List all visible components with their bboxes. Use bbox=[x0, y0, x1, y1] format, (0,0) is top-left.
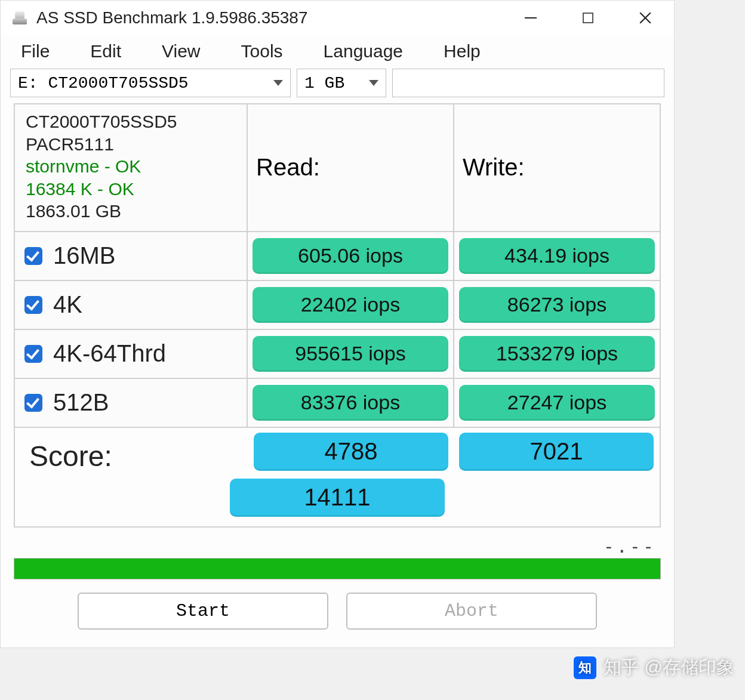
score-total: 14111 bbox=[230, 479, 445, 517]
read-4k: 22402 iops bbox=[253, 287, 448, 323]
score-write: 7021 bbox=[459, 433, 654, 471]
title-bar: AS SSD Benchmark 1.9.5986.35387 bbox=[1, 1, 674, 35]
window-title: AS SSD Benchmark 1.9.5986.35387 bbox=[36, 8, 502, 27]
write-16mb: 434.19 iops bbox=[459, 238, 655, 274]
read-16mb: 605.06 iops bbox=[253, 238, 448, 274]
test-label-cell: 4K bbox=[15, 281, 248, 329]
button-row: Start Abort bbox=[1, 579, 674, 647]
score-label: Score: bbox=[15, 428, 248, 473]
test-label-cell: 512B bbox=[15, 379, 248, 427]
driver-status: stornvme - OK bbox=[26, 155, 236, 178]
test-row-4k64: 4K-64Thrd 955615 iops 1533279 iops bbox=[15, 330, 660, 379]
menu-file[interactable]: File bbox=[1, 38, 70, 65]
checkbox-16mb[interactable] bbox=[24, 247, 42, 265]
test-row-4k: 4K 22402 iops 86273 iops bbox=[15, 281, 660, 330]
column-header-read: Read: bbox=[248, 104, 454, 231]
read-header-label: Read: bbox=[256, 154, 320, 181]
test-label-cell: 16MB bbox=[15, 232, 248, 280]
drive-info-cell: CT2000T705SSD5 PACR5111 stornvme - OK 16… bbox=[15, 104, 248, 231]
checkbox-4k64[interactable] bbox=[24, 345, 42, 363]
drive-select-value: E: CT2000T705SSD5 bbox=[18, 74, 189, 92]
ssd-icon bbox=[11, 11, 28, 24]
menu-tools[interactable]: Tools bbox=[221, 38, 303, 65]
test-name: 4K bbox=[53, 291, 82, 318]
write-header-label: Write: bbox=[463, 154, 525, 181]
checkbox-4k[interactable] bbox=[24, 296, 42, 314]
drive-capacity: 1863.01 GB bbox=[26, 200, 236, 223]
watermark: 知 知乎 @存储印象 bbox=[574, 655, 734, 680]
chevron-down-icon bbox=[369, 80, 378, 86]
read-4k64: 955615 iops bbox=[253, 336, 448, 372]
grid-header-row: CT2000T705SSD5 PACR5111 stornvme - OK 16… bbox=[15, 104, 660, 232]
selector-row: E: CT2000T705SSD5 1 GB bbox=[1, 69, 674, 103]
checkbox-512b[interactable] bbox=[24, 394, 42, 412]
column-header-write: Write: bbox=[454, 104, 660, 231]
test-name: 16MB bbox=[53, 242, 116, 269]
elapsed-indicator: -.-- bbox=[14, 534, 661, 558]
write-512b: 27247 iops bbox=[459, 385, 655, 421]
test-row-16mb: 16MB 605.06 iops 434.19 iops bbox=[15, 232, 660, 281]
chevron-down-icon bbox=[273, 80, 283, 86]
test-name: 4K-64Thrd bbox=[53, 340, 166, 367]
size-select-value: 1 GB bbox=[304, 74, 344, 92]
abort-button[interactable]: Abort bbox=[346, 593, 597, 630]
score-block: Score: 4788 7021 14111 bbox=[14, 428, 661, 528]
menu-edit[interactable]: Edit bbox=[70, 38, 141, 65]
results-grid: CT2000T705SSD5 PACR5111 stornvme - OK 16… bbox=[14, 103, 661, 428]
align-status: 16384 K - OK bbox=[26, 178, 236, 201]
extra-field[interactable] bbox=[392, 69, 664, 97]
test-label-cell: 4K-64Thrd bbox=[15, 330, 248, 378]
watermark-text: 知乎 @存储印象 bbox=[604, 655, 734, 680]
window-buttons bbox=[502, 1, 674, 35]
drive-model: CT2000T705SSD5 bbox=[26, 110, 236, 133]
read-512b: 83376 iops bbox=[253, 385, 448, 421]
minimize-button[interactable] bbox=[502, 1, 559, 35]
write-4k: 86273 iops bbox=[459, 287, 655, 323]
score-read: 4788 bbox=[254, 433, 448, 471]
size-select[interactable]: 1 GB bbox=[297, 69, 386, 97]
drive-firmware: PACR5111 bbox=[26, 133, 236, 156]
zhihu-icon: 知 bbox=[574, 656, 596, 679]
menu-view[interactable]: View bbox=[141, 38, 220, 65]
test-row-512b: 512B 83376 iops 27247 iops bbox=[15, 379, 660, 428]
write-4k64: 1533279 iops bbox=[459, 336, 655, 372]
maximize-button[interactable] bbox=[559, 1, 617, 35]
drive-select[interactable]: E: CT2000T705SSD5 bbox=[10, 69, 291, 97]
progress-bar bbox=[14, 558, 661, 579]
app-window: AS SSD Benchmark 1.9.5986.35387 File Edi… bbox=[0, 0, 675, 648]
close-button[interactable] bbox=[617, 1, 674, 35]
start-button[interactable]: Start bbox=[78, 593, 328, 630]
menu-help[interactable]: Help bbox=[423, 38, 501, 65]
menu-language[interactable]: Language bbox=[303, 38, 423, 65]
footer: -.-- bbox=[1, 528, 674, 579]
test-name: 512B bbox=[53, 389, 109, 416]
menu-bar: File Edit View Tools Language Help bbox=[1, 35, 674, 69]
